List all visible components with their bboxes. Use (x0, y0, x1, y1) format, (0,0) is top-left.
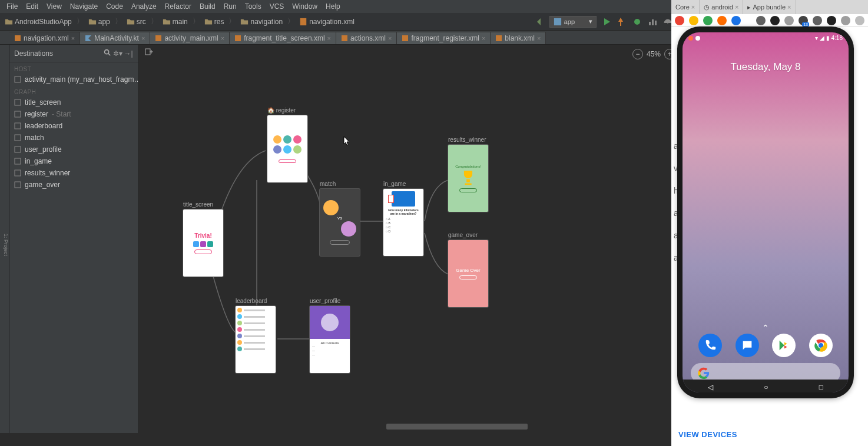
close-icon[interactable]: × (221, 35, 224, 42)
node-label: 🏠 register (267, 107, 296, 114)
node-results-winner[interactable]: results_winner Congratulations! (448, 145, 488, 212)
view-devices-link[interactable]: VIEW DEVICES (678, 430, 737, 439)
crumb-src[interactable]: src (124, 16, 148, 27)
menu-analyze[interactable]: Analyze (127, 2, 161, 11)
menu-file[interactable]: File (2, 2, 22, 11)
node-match[interactable]: match VS (320, 189, 360, 256)
node-in-game[interactable]: in_game How many kilometers are in a mar… (383, 189, 423, 256)
crumb-project[interactable]: AndroidStudioApp (2, 16, 74, 27)
node-title-screen[interactable]: title_screen Trivia! (183, 209, 223, 277)
module-selector[interactable]: app ▾ (549, 16, 597, 28)
node-game-over[interactable]: game_over Game Over (448, 240, 488, 307)
gear-icon[interactable]: ✲▾ (112, 49, 123, 58)
apply-changes-icon[interactable] (617, 16, 627, 27)
close-icon[interactable]: × (327, 35, 331, 42)
list-item[interactable]: results_winner (9, 167, 138, 179)
menu-vcs[interactable]: VCS (266, 2, 289, 11)
browser-tab[interactable]: ◷android× (700, 0, 743, 14)
close-icon[interactable]: × (537, 35, 541, 42)
app-icon[interactable] (689, 16, 698, 25)
item-label: user_profile (25, 145, 62, 154)
app-icon[interactable] (827, 16, 836, 25)
browser-tab[interactable]: Core× (671, 0, 700, 14)
close-icon[interactable]: × (691, 4, 695, 11)
list-item[interactable]: game_over (9, 179, 138, 191)
crumb-res[interactable]: res (202, 16, 227, 27)
menu-edit[interactable]: Edit (22, 2, 42, 11)
menu-run[interactable]: Run (220, 2, 241, 11)
list-item[interactable]: in_game (9, 155, 138, 167)
phone-app-icon[interactable] (698, 334, 722, 357)
app-icon[interactable] (717, 16, 727, 25)
tab-mainactivity[interactable]: MainActivity.kt× (80, 32, 150, 44)
menu-window[interactable]: Window (288, 2, 322, 11)
close-icon[interactable]: × (787, 4, 791, 11)
app-icon[interactable] (784, 16, 794, 25)
list-item[interactable]: user_profile (9, 144, 138, 155)
node-user-profile[interactable]: user_profile Ali Connors ——— (310, 306, 350, 373)
crumb-navigation[interactable]: navigation (238, 16, 285, 27)
debug-icon[interactable] (632, 16, 642, 27)
play-store-icon[interactable] (772, 334, 796, 357)
collapse-icon[interactable]: →| (123, 49, 134, 58)
left-tool-strip[interactable]: 1: Project Captures 7: Structure Build V… (0, 45, 9, 433)
menu-build[interactable]: Build (196, 2, 220, 11)
crumb-app[interactable]: app (86, 16, 112, 27)
run-icon[interactable] (601, 16, 612, 27)
module-icon (554, 18, 562, 26)
node-leaderboard[interactable]: leaderboard (236, 306, 276, 373)
tab-navigation[interactable]: navigation.xml× (9, 32, 80, 44)
navigation-graph[interactable]: − 45% + ⟳ ! title_screen Trivia! (139, 45, 711, 433)
fragment-icon (14, 99, 21, 106)
profile-icon[interactable] (647, 16, 658, 27)
list-item[interactable]: register - Start (9, 108, 138, 120)
app-icon[interactable] (703, 16, 713, 25)
list-item[interactable]: leaderboard (9, 120, 138, 132)
graph-links (139, 45, 711, 433)
app-icon[interactable] (813, 16, 822, 25)
tab-register[interactable]: fragment_register.xml× (397, 32, 491, 44)
avatar[interactable] (855, 16, 864, 25)
svg-rect-22 (342, 35, 347, 41)
app-icon[interactable] (756, 16, 766, 25)
node-register[interactable]: 🏠 register (267, 115, 307, 182)
search-icon[interactable] (102, 48, 112, 58)
menu-help[interactable]: Help (322, 2, 344, 11)
app-icon[interactable] (841, 16, 850, 25)
back-button[interactable]: ◁ (708, 383, 713, 391)
tab-activitymain[interactable]: activity_main.xml× (150, 32, 230, 44)
chevron-up-icon[interactable]: ⌃ (762, 323, 769, 332)
app-icon[interactable]: 13 (799, 16, 808, 25)
close-icon[interactable]: × (735, 4, 738, 11)
back-arrow-icon[interactable] (534, 16, 545, 27)
phone-screen[interactable]: ▾ ◢ ▮ 4:18 Tuesday, May 8 ⌃ ◁ ○ □ (683, 32, 849, 392)
app-icon[interactable] (675, 16, 684, 25)
project-tool-label[interactable]: 1: Project (3, 234, 9, 256)
app-icon[interactable] (770, 16, 780, 25)
close-icon[interactable]: × (141, 35, 145, 42)
menu-code[interactable]: Code (102, 2, 127, 11)
tab-label: blank.xml (505, 34, 535, 42)
list-item[interactable]: match (9, 132, 138, 144)
horizontal-scrollbar[interactable] (386, 424, 528, 430)
menu-refactor[interactable]: Refactor (161, 2, 196, 11)
host-item[interactable]: activity_main (my_nav_host_fragm… (9, 74, 138, 85)
tab-blank[interactable]: blank.xml× (491, 32, 546, 44)
close-icon[interactable]: × (388, 35, 392, 42)
browser-tab[interactable]: ▸App bundle× (743, 0, 796, 14)
app-icon[interactable] (731, 16, 741, 25)
chrome-icon[interactable] (809, 334, 833, 357)
crumb-main[interactable]: main (160, 16, 190, 27)
home-button[interactable]: ○ (764, 383, 768, 391)
messages-app-icon[interactable] (736, 334, 759, 357)
menu-tools[interactable]: Tools (241, 2, 266, 11)
menu-navigate[interactable]: Navigate (66, 2, 102, 11)
menu-view[interactable]: View (42, 2, 66, 11)
list-item[interactable]: title_screen (9, 96, 138, 108)
close-icon[interactable]: × (482, 35, 485, 42)
recents-button[interactable]: □ (819, 383, 823, 391)
tab-titlescreen[interactable]: fragment_title_screen.xml× (230, 32, 336, 44)
crumb-file[interactable]: navigation.xml (297, 16, 357, 27)
close-icon[interactable]: × (71, 35, 75, 42)
tab-actions[interactable]: actions.xml× (336, 32, 397, 44)
